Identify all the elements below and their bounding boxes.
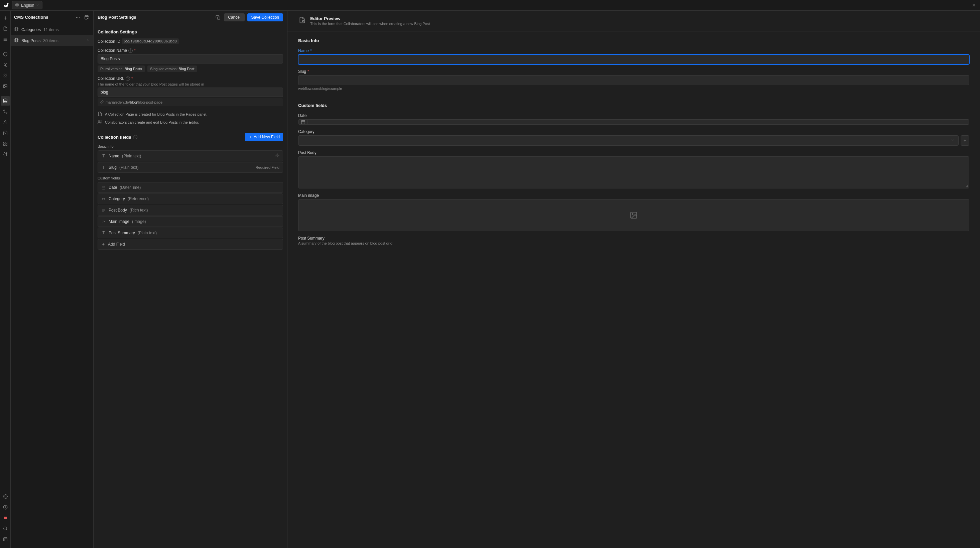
svg-rect-17 — [4, 517, 7, 519]
field-row-main-image[interactable]: Main image (Image) — [98, 216, 283, 227]
field-row-slug[interactable]: T Slug (Plain text) Required Field — [98, 162, 283, 173]
field-name: Category — [109, 197, 125, 201]
webflow-logo[interactable] — [3, 2, 10, 9]
main-image-dropzone[interactable] — [298, 199, 969, 231]
audit-icon[interactable] — [1, 535, 10, 544]
settings-title: Blog Post Settings — [98, 15, 212, 20]
plural-badge: Plural version: Blog Posts — [98, 65, 145, 72]
help-icon[interactable]: ? — [128, 48, 133, 53]
field-row-category[interactable]: Category (Reference) — [98, 194, 283, 204]
components-icon[interactable] — [1, 49, 10, 59]
add-collection-icon[interactable] — [83, 14, 90, 21]
field-row-name[interactable]: T Name (Plain text) — [98, 150, 283, 161]
svg-point-20 — [76, 17, 77, 17]
assets-icon[interactable] — [1, 81, 10, 91]
styles-icon[interactable] — [1, 71, 10, 80]
svg-point-32 — [302, 21, 304, 22]
field-row-post-body[interactable]: Post Body (Rich text) — [98, 205, 283, 216]
field-type: (Rich text) — [130, 208, 148, 213]
custom-fields-subtitle: Custom fields — [98, 176, 283, 180]
svg-rect-30 — [102, 220, 105, 223]
collection-item-categories[interactable]: Categories 11 items — [11, 24, 93, 35]
users-icon[interactable] — [1, 118, 10, 127]
date-field-label: Date — [298, 113, 969, 118]
users-icon — [98, 120, 102, 125]
svg-point-25 — [99, 120, 100, 122]
field-row-post-summary[interactable]: T Post Summary (Plain text) — [98, 227, 283, 238]
category-select[interactable] — [298, 135, 959, 146]
field-row-date[interactable]: Date (Date/Time) — [98, 182, 283, 193]
collection-name-input[interactable] — [98, 54, 283, 64]
name-input[interactable] — [298, 54, 969, 65]
language-selector[interactable]: English — [12, 1, 43, 10]
basic-info-title: Basic Info — [298, 38, 969, 43]
svg-rect-12 — [6, 142, 7, 143]
svg-point-2 — [6, 74, 7, 75]
svg-point-16 — [3, 505, 7, 509]
cms-icon[interactable] — [1, 96, 10, 106]
preview-panel: Editor Preview This is the form that Col… — [288, 11, 980, 548]
post-summary-hint: A summary of the blog post that appears … — [298, 241, 969, 245]
search-icon[interactable] — [1, 524, 10, 533]
svg-rect-27 — [102, 186, 105, 189]
collection-fields-title: Collection fields — [98, 135, 131, 140]
add-category-button[interactable] — [961, 135, 969, 146]
apps-icon[interactable] — [1, 139, 10, 148]
save-button[interactable]: Save Collection — [247, 13, 283, 21]
svg-point-6 — [4, 85, 5, 86]
svg-point-9 — [6, 112, 7, 114]
resize-handle-icon[interactable]: ◢ — [966, 184, 968, 187]
svg-rect-11 — [3, 142, 5, 143]
ecommerce-icon[interactable] — [1, 128, 10, 138]
variables-icon[interactable] — [1, 60, 10, 70]
collection-name: Blog Posts — [21, 38, 40, 43]
slug-input[interactable] — [298, 75, 969, 85]
custom-fields-title: Custom fields — [298, 103, 969, 108]
cancel-button[interactable]: Cancel — [224, 13, 244, 21]
close-button[interactable] — [970, 2, 977, 9]
field-type: (Plain text) — [138, 230, 157, 235]
copy-icon[interactable] — [215, 14, 221, 21]
post-body-field-label: Post Body — [298, 150, 969, 155]
svg-point-7 — [3, 99, 7, 100]
chevron-right-icon — [86, 38, 90, 43]
add-field-button[interactable]: Add Field — [98, 239, 283, 249]
help-icon[interactable]: ? — [126, 76, 130, 81]
svg-rect-34 — [631, 212, 637, 218]
field-type: (Reference) — [128, 197, 149, 201]
settings-icon[interactable] — [1, 492, 10, 501]
calendar-icon — [101, 185, 106, 190]
stack-icon — [14, 27, 19, 32]
pages-icon[interactable] — [1, 24, 10, 33]
video-icon[interactable] — [1, 513, 10, 523]
navigator-icon[interactable] — [1, 35, 10, 44]
field-name: Main image — [109, 219, 129, 224]
collections-title: CMS Collections — [14, 15, 48, 20]
collections-menu-icon[interactable] — [75, 14, 81, 21]
collection-count: 30 items — [43, 38, 58, 43]
add-icon[interactable] — [1, 13, 10, 23]
logic-icon[interactable] — [1, 107, 10, 116]
chevron-down-icon — [36, 3, 40, 8]
basic-info-subtitle: Basic info — [98, 145, 283, 148]
text-icon: T — [101, 165, 106, 170]
code-icon[interactable]: {f — [1, 150, 10, 159]
svg-point-22 — [79, 17, 80, 17]
link-icon — [100, 100, 103, 104]
help-icon[interactable] — [1, 503, 10, 512]
svg-point-0 — [15, 3, 19, 6]
field-type: (Plain text) — [122, 154, 141, 158]
settings-panel: Blog Post Settings Cancel Save Collectio… — [94, 11, 288, 548]
collections-panel: CMS Collections Categories 11 items Blog… — [11, 11, 94, 548]
svg-point-3 — [4, 76, 5, 77]
gear-icon[interactable] — [275, 153, 279, 158]
post-body-input[interactable]: ◢ — [298, 156, 969, 189]
collection-item-blog-posts[interactable]: Blog Posts 30 items — [11, 35, 93, 46]
help-icon[interactable]: ? — [133, 135, 137, 139]
collection-url-input[interactable] — [98, 87, 283, 97]
add-new-field-button[interactable]: Add New Field — [245, 133, 283, 141]
info-editor: Collaborators can create and edit Blog P… — [98, 118, 283, 126]
rich-text-icon — [101, 208, 106, 213]
field-type: (Date/Time) — [120, 185, 141, 190]
date-input[interactable] — [298, 119, 969, 125]
